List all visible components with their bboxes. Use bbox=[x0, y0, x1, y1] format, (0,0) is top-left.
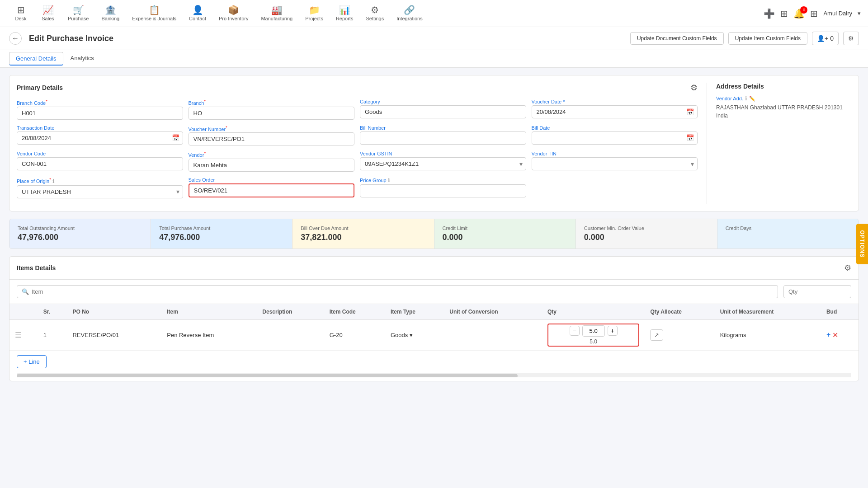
page-tabs: General Details Analytics bbox=[0, 50, 868, 68]
nav-right-actions: ➕ ⊞ 🔔 0 ⊞ Amul Dairy ▾ bbox=[764, 8, 861, 19]
add-line-button[interactable]: + Line bbox=[17, 355, 47, 368]
items-settings-button[interactable]: ⚙ bbox=[844, 263, 851, 273]
vendor-tin-wrapper: ▾ bbox=[532, 157, 698, 170]
items-details-section: Items Details ⚙ 🔍 Sr. PO No Ite bbox=[9, 256, 859, 381]
calendar-icon[interactable]: 📅 bbox=[686, 108, 694, 116]
form-row-2: Transaction Date 📅 Voucher Number* bbox=[17, 125, 698, 146]
vendor-gstin-label: Vendor GSTIN bbox=[360, 151, 526, 156]
drag-handle-icon[interactable]: ☰ bbox=[15, 331, 21, 339]
empty-group bbox=[532, 177, 698, 198]
nav-projects[interactable]: 📁 Projects bbox=[299, 0, 330, 27]
qty-input[interactable] bbox=[582, 325, 605, 337]
table-horizontal-scrollbar[interactable] bbox=[17, 373, 851, 377]
users-count-button[interactable]: 👤+ 0 bbox=[812, 32, 839, 45]
grid-view-button[interactable]: ⊞ bbox=[780, 8, 788, 19]
branch-code-input[interactable] bbox=[17, 107, 183, 120]
cell-unit-measurement: Kilograms bbox=[715, 319, 821, 350]
stat-total-outstanding: Total Outstanding Amount 47,976.000 bbox=[9, 219, 151, 249]
qty-minus-button[interactable]: − bbox=[570, 326, 580, 336]
place-of-origin-input[interactable] bbox=[17, 185, 183, 198]
address-details: Address Details Vendor Add. ℹ ✏️ RAJASTH… bbox=[707, 83, 851, 204]
qty-highlight-box: − + 5.0 bbox=[547, 324, 640, 347]
transaction-date-input[interactable] bbox=[17, 131, 183, 145]
col-sr: Sr. bbox=[38, 304, 67, 320]
vendor-tin-input[interactable] bbox=[532, 157, 698, 170]
nav-expense[interactable]: 📋 Expense & Journals bbox=[126, 0, 183, 27]
qty-allocate-ext-link-button[interactable]: ↗ bbox=[650, 329, 663, 341]
sales-order-label: Sales Order bbox=[189, 177, 355, 183]
branch-code-label: Branch Code* bbox=[17, 99, 183, 106]
vendor-add-edit-icon[interactable]: ✏️ bbox=[749, 96, 755, 102]
category-input[interactable] bbox=[360, 105, 526, 118]
place-of-origin-info-icon[interactable]: ℹ bbox=[52, 178, 55, 184]
nav-settings[interactable]: ⚙ Settings bbox=[359, 0, 390, 27]
row-delete-button[interactable]: ✕ bbox=[832, 331, 838, 339]
cell-qty: − + 5.0 bbox=[542, 319, 645, 350]
price-group-info-icon[interactable]: ℹ bbox=[388, 177, 390, 183]
bill-date-label: Bill Date bbox=[532, 125, 698, 131]
update-doc-custom-fields-button[interactable]: Update Document Custom Fields bbox=[630, 32, 724, 45]
col-item: Item bbox=[161, 304, 257, 320]
transaction-calendar-icon[interactable]: 📅 bbox=[172, 134, 179, 141]
vendor-code-input[interactable] bbox=[17, 157, 183, 170]
cell-item-type: Goods ▾ bbox=[385, 319, 444, 350]
stat-credit-days-label: Credit Days bbox=[726, 225, 850, 231]
col-qty-allocate: Qty Allocate bbox=[645, 304, 714, 320]
voucher-date-label: Voucher Date * bbox=[532, 99, 698, 104]
user-label[interactable]: Amul Dairy bbox=[823, 10, 852, 17]
voucher-number-group: Voucher Number* bbox=[189, 125, 355, 146]
vendor-input[interactable] bbox=[189, 159, 355, 172]
page-settings-button[interactable]: ⚙ bbox=[843, 32, 859, 45]
price-group-label: Price Group ℹ bbox=[360, 177, 526, 183]
stat-bill-overdue: Bill Over Due Amount 37,821.000 bbox=[292, 219, 434, 249]
voucher-number-input[interactable] bbox=[189, 132, 355, 145]
vendor-gstin-input[interactable] bbox=[360, 157, 526, 170]
back-button[interactable]: ← bbox=[9, 32, 22, 45]
address-title: Address Details bbox=[716, 83, 851, 90]
qty-input-row: − + bbox=[570, 325, 618, 337]
bill-number-group: Bill Number bbox=[360, 125, 526, 146]
item-type-dropdown-icon[interactable]: ▾ bbox=[410, 332, 413, 338]
branch-input[interactable] bbox=[189, 107, 355, 120]
tab-analytics[interactable]: Analytics bbox=[63, 50, 101, 67]
bill-date-calendar-icon[interactable]: 📅 bbox=[686, 134, 694, 141]
item-search-input[interactable] bbox=[32, 288, 773, 295]
voucher-date-input[interactable] bbox=[532, 105, 698, 118]
notification-button[interactable]: 🔔 0 bbox=[793, 8, 805, 19]
stat-total-outstanding-label: Total Outstanding Amount bbox=[18, 225, 142, 231]
bill-number-input[interactable] bbox=[360, 131, 526, 145]
form-row-1: Branch Code* Branch* Category bbox=[17, 99, 698, 120]
tab-general-details[interactable]: General Details bbox=[9, 52, 63, 66]
nav-desk[interactable]: ⊞ Desk bbox=[7, 0, 34, 27]
qty-search-input[interactable] bbox=[788, 288, 864, 295]
sales-order-input[interactable] bbox=[189, 183, 355, 197]
primary-details-settings-button[interactable]: ⚙ bbox=[690, 83, 698, 93]
form-row-3: Vendor Code Vendor* Vendor GSTIN ▾ bbox=[17, 151, 698, 172]
nav-pro-inventory[interactable]: 📦 Pro Inventory bbox=[212, 0, 255, 27]
cell-sr: 1 bbox=[38, 319, 67, 350]
nav-banking[interactable]: 🏦 Banking bbox=[95, 0, 126, 27]
nav-integrations[interactable]: 🔗 Integrations bbox=[390, 0, 429, 27]
nav-manufacturing[interactable]: 🏭 Manufacturing bbox=[255, 0, 299, 27]
add-button[interactable]: ➕ bbox=[764, 8, 775, 19]
apps-button[interactable]: ⊞ bbox=[810, 8, 818, 19]
nav-sales[interactable]: 📈 Sales bbox=[34, 0, 61, 27]
qty-plus-button[interactable]: + bbox=[608, 326, 618, 336]
bill-number-label: Bill Number bbox=[360, 125, 526, 131]
options-tab[interactable]: OPTIONS bbox=[856, 224, 868, 264]
desk-icon: ⊞ bbox=[17, 5, 25, 14]
item-search-icon: 🔍 bbox=[22, 288, 29, 295]
user-dropdown-icon[interactable]: ▾ bbox=[858, 10, 861, 17]
stat-total-outstanding-value: 47,976.000 bbox=[18, 233, 142, 242]
stat-total-purchase-value: 47,976.000 bbox=[159, 233, 284, 242]
update-item-custom-fields-button[interactable]: Update Item Custom Fields bbox=[728, 32, 807, 45]
nav-contact[interactable]: 👤 Contact bbox=[183, 0, 212, 27]
row-add-button[interactable]: + bbox=[826, 331, 830, 339]
item-type-select-wrapper: Goods ▾ bbox=[391, 332, 439, 338]
voucher-date-wrapper: 📅 bbox=[532, 105, 698, 118]
price-group-input[interactable] bbox=[360, 184, 526, 197]
voucher-date-group: Voucher Date * 📅 bbox=[532, 99, 698, 120]
bill-date-input[interactable] bbox=[532, 131, 698, 145]
nav-purchase[interactable]: 🛒 Purchase bbox=[61, 0, 95, 27]
nav-reports[interactable]: 📊 Reports bbox=[330, 0, 360, 27]
